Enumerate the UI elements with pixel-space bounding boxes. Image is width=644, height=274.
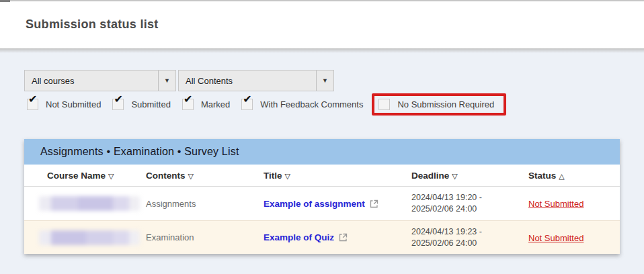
filter-section: All courses ▼ All Contents ▼ ✔ Not Submi… [24,70,620,116]
checkmark-icon: ✔ [243,94,251,105]
status-cell: Not Submitted [528,197,620,210]
red-highlight-box: ✔ No Submission Required [372,93,506,116]
column-header-contents[interactable]: Contents▽ [146,171,264,181]
status-link[interactable]: Not Submitted [528,199,583,209]
external-link-icon[interactable] [339,233,348,242]
checkbox[interactable]: ✔ [182,99,194,110]
checkbox[interactable]: ✔ [27,99,38,110]
sort-up-icon[interactable]: △ [559,172,564,180]
filter-marked[interactable]: ✔ Marked [179,99,230,110]
table-row: Assignments Example of assignment 2024/0… [24,187,620,220]
filter-submitted[interactable]: ✔ Submitted [110,99,171,110]
table-row: Examination Example of Quiz 2024/04/13 1… [24,220,620,254]
course-filter-value: All courses [25,76,158,86]
contents-cell: Examination [146,232,264,242]
table-title-bar: Assignments • Examination • Survey List [24,139,620,165]
column-header-course-name[interactable]: Course Name▽ [24,171,146,181]
quiz-link[interactable]: Example of Quiz [264,232,334,242]
checkmark-icon: ✔ [114,94,122,105]
sort-down-icon[interactable]: ▽ [452,172,457,180]
chevron-down-icon[interactable]: ▼ [316,71,333,91]
status-link[interactable]: Not Submitted [528,233,583,243]
checkbox[interactable]: ✔ [241,99,253,110]
table-header-row: Course Name▽ Contents▽ Title▽ Deadline▽ … [24,165,620,187]
checkbox-label[interactable]: Not Submitted [46,99,101,109]
title-cell: Example of assignment [264,199,411,209]
column-header-status[interactable]: Status△ [528,171,620,181]
redacted-course-name [39,196,140,211]
filter-not-submitted[interactable]: ✔ Not Submitted [24,99,101,110]
deadline-cell: 2024/04/13 19:23 - 2025/02/06 24:00 [411,226,528,249]
top-border-notch [0,0,10,2]
column-header-title[interactable]: Title▽ [264,171,411,181]
redacted-course-name [39,230,140,245]
table-title: Assignments • Examination • Survey List [40,146,239,158]
external-link-icon[interactable] [370,199,378,208]
title-cell: Example of Quiz [264,232,411,242]
status-cell: Not Submitted [528,232,620,244]
course-filter-dropdown[interactable]: All courses ▼ [24,70,176,91]
checkbox-label[interactable]: Marked [201,99,230,109]
checkbox[interactable]: ✔ [112,99,124,110]
course-name-cell [24,230,146,245]
contents-cell: Assignments [146,199,264,209]
column-header-deadline[interactable]: Deadline▽ [411,171,528,181]
top-border [0,0,644,1]
assignment-link[interactable]: Example of assignment [264,199,365,209]
contents-filter-value: All Contents [179,76,316,86]
chevron-down-icon[interactable]: ▼ [158,71,175,91]
page-title: Submission status list [26,17,644,32]
checkbox-label[interactable]: With Feedback Comments [260,99,363,109]
page-header: Submission status list [0,1,644,48]
course-name-cell [24,196,146,211]
sort-down-icon[interactable]: ▽ [188,172,194,180]
contents-filter-dropdown[interactable]: All Contents ▼ [178,70,334,91]
sort-down-icon[interactable]: ▽ [108,172,114,180]
checkmark-icon: ✔ [184,94,192,105]
checkmark-icon: ✔ [28,94,37,105]
sort-down-icon[interactable]: ▽ [285,172,290,180]
status-filter-row: ✔ Not Submitted ✔ Submitted ✔ Marked ✔ W… [24,93,620,116]
submission-table: Assignments • Examination • Survey List … [24,139,620,254]
header-divider-shadow [0,48,644,53]
checkbox[interactable]: ✔ [378,99,390,110]
deadline-cell: 2024/04/13 19:20 - 2025/02/06 24:00 [411,192,528,215]
checkbox-label[interactable]: Submitted [131,99,171,109]
filter-with-feedback-comments[interactable]: ✔ With Feedback Comments [239,99,363,110]
filter-no-submission-required[interactable]: ✔ No Submission Required [376,99,494,110]
dropdown-row: All courses ▼ All Contents ▼ [24,70,620,91]
checkbox-label[interactable]: No Submission Required [397,99,494,109]
